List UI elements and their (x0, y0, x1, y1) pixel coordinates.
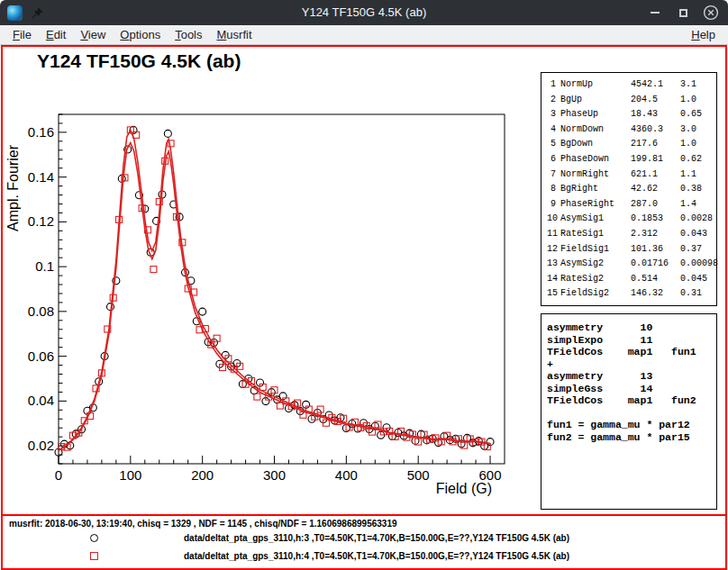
param-row: 1NormUp4542.13.1 (547, 77, 713, 93)
param-row: 5BgDown217.61.0 (547, 137, 713, 152)
svg-text:0.08: 0.08 (28, 303, 54, 319)
svg-text:0.02: 0.02 (28, 438, 54, 453)
param-row: 12FieldSig1101.360.37 (547, 242, 713, 258)
application-window: Y124 TF150G 4.5K (ab) FileEditViewOption… (0, 0, 728, 570)
param-row: 4NormDown4360.33.0 (547, 122, 713, 138)
param-row: 6PhaseDown199.810.62 (547, 152, 713, 167)
close-button[interactable] (703, 5, 719, 21)
svg-text:100: 100 (119, 467, 141, 483)
svg-text:300: 300 (263, 467, 286, 483)
plot-title: Y124 TF150G 4.5K (ab) (37, 50, 241, 72)
param-row: 3PhaseUp18.430.65 (547, 107, 713, 122)
fit-parameters-box[interactable]: 1NormUp4542.13.12BgUp204.51.03PhaseUp18.… (541, 72, 717, 306)
minimize-icon (651, 12, 660, 14)
menu-file[interactable]: File (5, 26, 39, 43)
param-row: 15FieldSig2146.320.31 (547, 286, 713, 302)
param-row: 2BgUp204.51.0 (547, 93, 713, 108)
root-canvas[interactable]: Y124 TF150G 4.5K (ab) 010020030040050060… (1, 45, 727, 570)
param-row: 13AsymSig20.017160.00098 (547, 257, 713, 272)
menu-edit[interactable]: Edit (39, 26, 73, 43)
menu-musrfit[interactable]: Musrfit (210, 26, 259, 43)
legend-row: data/deltat_pta_gps_3110,h:4 ,T0=4.50K,T… (3, 549, 725, 564)
legend-label: data/deltat_pta_gps_3110,h:4 ,T0=4.50K,T… (184, 551, 569, 561)
param-row: 9PhaseRight287.01.4 (547, 197, 713, 213)
svg-text:0.16: 0.16 (28, 124, 54, 140)
theory-text: asymmetry 10 simplExpo 11 TFieldCos map1… (547, 321, 711, 443)
square-marker-icon (90, 552, 98, 560)
svg-text:500: 500 (407, 467, 430, 483)
svg-text:Ampl. Fourier: Ampl. Fourier (5, 144, 21, 231)
svg-text:Field (G): Field (G) (436, 481, 492, 496)
fit-info-status: musrfit: 2018-06-30, 13:19:40, chisq = 1… (9, 519, 397, 529)
theory-box[interactable]: asymmetry 10 simplExpo 11 TFieldCos map1… (541, 313, 717, 510)
maximize-icon (679, 9, 687, 17)
param-row: 11RateSig12.3120.043 (547, 227, 713, 242)
window-title: Y124 TF150G 4.5K (ab) (0, 0, 728, 25)
svg-text:0.1: 0.1 (35, 258, 54, 274)
svg-text:200: 200 (191, 467, 214, 483)
legend-label: data/deltat_pta_gps_3110,h:3 ,T0=4.50K,T… (184, 533, 569, 543)
param-row: 10AsymSig10.18530.0028 (547, 212, 713, 227)
param-row: 14RateSig20.5140.045 (547, 272, 713, 287)
maximize-button[interactable] (675, 5, 691, 21)
svg-text:0.12: 0.12 (28, 213, 54, 229)
svg-text:0: 0 (55, 467, 62, 483)
titlebar: Y124 TF150G 4.5K (ab) (0, 0, 728, 25)
svg-text:0.14: 0.14 (28, 169, 54, 185)
param-row: 7NormRight621.11.1 (547, 167, 713, 183)
svg-text:400: 400 (335, 467, 358, 483)
menu-tools[interactable]: Tools (168, 26, 209, 43)
fourier-plot[interactable]: 01002003004005006000.020.040.060.080.10.… (5, 103, 523, 508)
pad-separator (3, 514, 725, 516)
minimize-button[interactable] (647, 5, 663, 21)
param-row: 8BgRight42.620.38 (547, 182, 713, 197)
svg-text:0.04: 0.04 (28, 393, 54, 408)
menubar: FileEditViewOptionsToolsMusrfit Help (0, 25, 728, 45)
legend-row: data/deltat_pta_gps_3110,h:3 ,T0=4.50K,T… (3, 531, 725, 546)
menu-view[interactable]: View (73, 26, 113, 43)
circle-marker-icon (90, 534, 98, 542)
menu-options[interactable]: Options (113, 26, 168, 43)
close-icon (703, 5, 719, 21)
svg-text:0.06: 0.06 (28, 348, 54, 364)
menu-help[interactable]: Help (684, 26, 723, 43)
